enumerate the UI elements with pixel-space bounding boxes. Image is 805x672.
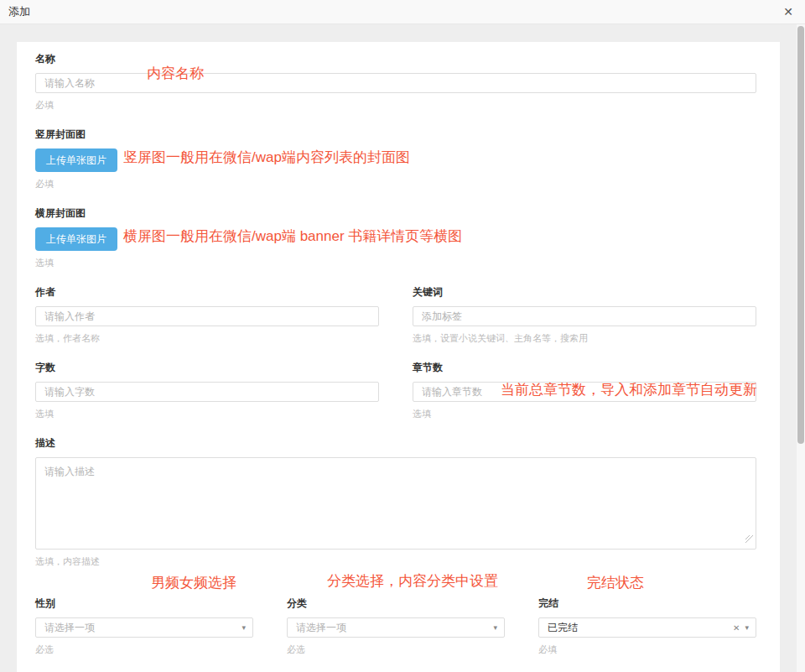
author-input[interactable] <box>35 306 379 326</box>
annotation-landscape-cover: 横屏图一般用在微信/wap端 banner 书籍详情页等横图 <box>123 227 462 246</box>
category-select-value: 请选择一项 <box>296 621 488 635</box>
chapter-count-label: 章节数 <box>413 361 756 375</box>
word-count-help: 选填 <box>35 408 379 420</box>
category-help: 必选 <box>287 643 505 656</box>
category-label: 分类 <box>287 596 505 611</box>
field-finished: 完结状态 完结 已完结 ✕ ▾ 必填 <box>538 596 756 656</box>
chevron-down-icon: ▾ <box>745 623 749 632</box>
keywords-input[interactable] <box>413 306 756 326</box>
portrait-cover-help: 必填 <box>35 178 756 190</box>
annotation-category: 分类选择，内容分类中设置 <box>327 571 498 591</box>
name-label: 名称 <box>35 52 756 66</box>
annotation-finished: 完结状态 <box>587 573 644 592</box>
word-count-label: 字数 <box>35 361 379 375</box>
chevron-down-icon: ▾ <box>242 623 246 632</box>
name-help: 必填 <box>35 99 756 112</box>
modal-title: 添加 <box>8 4 30 19</box>
scrollbar-track[interactable] <box>797 24 805 672</box>
field-category: 分类选择，内容分类中设置 分类 请选择一项 ▾ 必选 <box>287 596 505 656</box>
landscape-cover-help: 选填 <box>35 257 756 269</box>
description-textarea[interactable] <box>35 457 756 550</box>
field-author: 作者 选填，作者名称 <box>35 285 379 345</box>
gender-select-value: 请选择一项 <box>44 621 236 635</box>
name-input[interactable] <box>35 73 756 93</box>
annotation-gender: 男频女频选择 <box>151 573 236 592</box>
finished-select-value: 已完结 <box>548 621 728 635</box>
clear-icon[interactable]: ✕ <box>733 623 740 633</box>
portrait-cover-label: 竖屏封面图 <box>35 128 756 142</box>
field-gender: 男频女频选择 性别 请选择一项 ▾ 必选 <box>35 596 253 656</box>
upload-landscape-button[interactable]: 上传单张图片 <box>35 227 117 251</box>
keywords-label: 关键词 <box>413 285 756 300</box>
category-select[interactable]: 请选择一项 ▾ <box>287 617 505 638</box>
field-chapter-count: 章节数 当前总章节数，导入和添加章节自动更新 选填 <box>413 361 756 420</box>
row-counts: 字数 选填 章节数 当前总章节数，导入和添加章节自动更新 选填 <box>35 361 756 420</box>
description-help: 选填，内容描述 <box>35 555 756 568</box>
close-icon[interactable]: ✕ <box>783 6 793 18</box>
row-selects: 男频女频选择 性别 请选择一项 ▾ 必选 分类选择，内容分类中设置 分类 请选择… <box>35 596 756 656</box>
modal-header: 添加 ✕ <box>0 0 805 24</box>
resize-handle-icon[interactable] <box>745 535 753 543</box>
gender-label: 性别 <box>35 596 253 611</box>
field-portrait-cover: 竖屏封面图 竖屏图一般用在微信/wap端内容列表的封面图 上传单张图片 必填 <box>35 128 756 190</box>
field-description: 描述 选填，内容描述 <box>35 436 756 568</box>
landscape-cover-label: 横屏封面图 <box>35 206 756 221</box>
chapter-count-input[interactable] <box>413 382 756 402</box>
annotation-portrait-cover: 竖屏图一般用在微信/wap端内容列表的封面图 <box>123 148 410 167</box>
finished-label: 完结 <box>538 596 756 611</box>
author-help: 选填，作者名称 <box>35 332 379 345</box>
finished-select[interactable]: 已完结 ✕ ▾ <box>538 617 756 638</box>
gender-select[interactable]: 请选择一项 ▾ <box>35 617 253 638</box>
form-card: 名称 内容名称 必填 竖屏封面图 竖屏图一般用在微信/wap端内容列表的封面图 … <box>17 42 780 672</box>
chapter-count-help: 选填 <box>413 408 756 420</box>
description-label: 描述 <box>35 436 756 451</box>
finished-help: 必填 <box>538 643 756 656</box>
word-count-input[interactable] <box>35 382 379 402</box>
row-author-keywords: 作者 选填，作者名称 关键词 选填，设置小说关键词、主角名等，搜索用 <box>35 285 756 345</box>
upload-portrait-button[interactable]: 上传单张图片 <box>35 148 117 172</box>
field-word-count: 字数 选填 <box>35 361 379 420</box>
gender-help: 必选 <box>35 643 253 656</box>
field-keywords: 关键词 选填，设置小说关键词、主角名等，搜索用 <box>413 285 756 345</box>
chevron-down-icon: ▾ <box>493 623 497 632</box>
scrollbar-thumb[interactable] <box>797 26 804 444</box>
field-name: 名称 内容名称 必填 <box>35 52 756 112</box>
keywords-help: 选填，设置小说关键词、主角名等，搜索用 <box>413 332 756 345</box>
author-label: 作者 <box>35 285 379 300</box>
field-landscape-cover: 横屏封面图 横屏图一般用在微信/wap端 banner 书籍详情页等横图 上传单… <box>35 206 756 269</box>
